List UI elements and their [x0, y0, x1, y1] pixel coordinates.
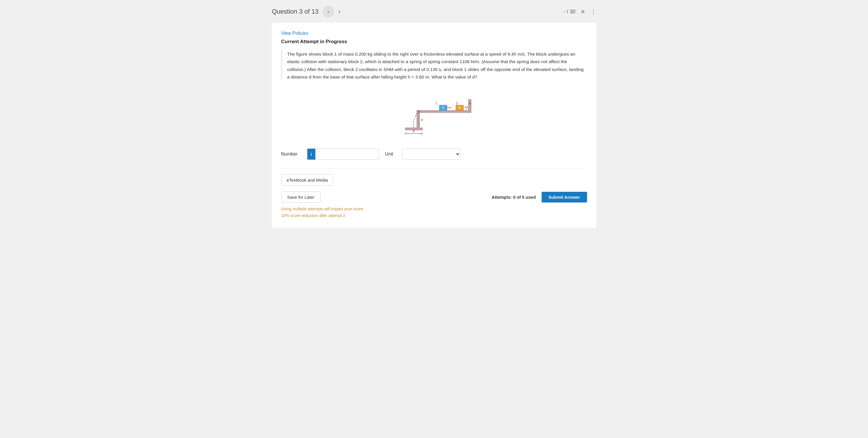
svg-text:1: 1 — [436, 102, 437, 105]
answer-input-row: Number i Unit m cm km ft in — [281, 149, 587, 160]
svg-text:2: 2 — [459, 106, 461, 109]
etextbook-button[interactable]: eTextbook and Media — [281, 175, 334, 186]
list-icon[interactable]: ≡ — [581, 8, 585, 15]
question-text: The figure shows block 1 of mass 0.200 k… — [281, 51, 587, 81]
warning-line1: Using multiple attempts will impact your… — [281, 206, 587, 212]
diagram-area: 1 → 2 1 2 k h — [281, 88, 587, 140]
prev-button[interactable]: ‹ — [323, 6, 334, 18]
view-policies-link[interactable]: View Policies — [281, 31, 308, 36]
warning-line2: 10% score reduction after attempt 2 — [281, 212, 587, 219]
save-later-button[interactable]: Save for Later — [281, 191, 320, 203]
attempt-status: Current Attempt in Progress — [281, 39, 587, 44]
number-label: Number — [281, 152, 302, 157]
unit-select[interactable]: m cm km ft in — [402, 149, 460, 160]
number-input-group: i — [307, 149, 379, 160]
unit-label: Unit — [385, 152, 397, 157]
svg-text:2: 2 — [456, 102, 458, 105]
svg-rect-2 — [417, 111, 419, 128]
score-label: - / 30 — [564, 9, 576, 15]
attempts-text: Attempts: 0 of 5 used — [492, 195, 536, 199]
bottom-actions-row: Save for Later Attempts: 0 of 5 used Sub… — [281, 191, 587, 203]
content-card: View Policies Current Attempt in Progres… — [272, 23, 596, 228]
svg-text:→: → — [420, 132, 423, 135]
more-options-icon[interactable]: ⋮ — [591, 8, 596, 15]
warning-text: Using multiple attempts will impact your… — [281, 206, 587, 219]
info-button[interactable]: i — [307, 149, 315, 160]
svg-rect-0 — [417, 111, 469, 113]
bottom-right: Attempts: 0 of 5 used Submit Answer — [492, 192, 587, 202]
submit-answer-button[interactable]: Submit Answer — [541, 192, 587, 202]
svg-rect-1 — [468, 99, 471, 113]
svg-text:d: d — [413, 129, 415, 133]
svg-text:1: 1 — [442, 106, 444, 109]
physics-diagram: 1 → 2 1 2 k h — [388, 88, 480, 140]
svg-text:h: h — [421, 118, 423, 122]
svg-text:→: → — [452, 104, 455, 107]
svg-text:←: ← — [403, 132, 406, 135]
number-input[interactable] — [315, 149, 379, 160]
next-button[interactable]: › — [338, 8, 340, 15]
question-label: Question 3 of 13 — [272, 8, 318, 15]
